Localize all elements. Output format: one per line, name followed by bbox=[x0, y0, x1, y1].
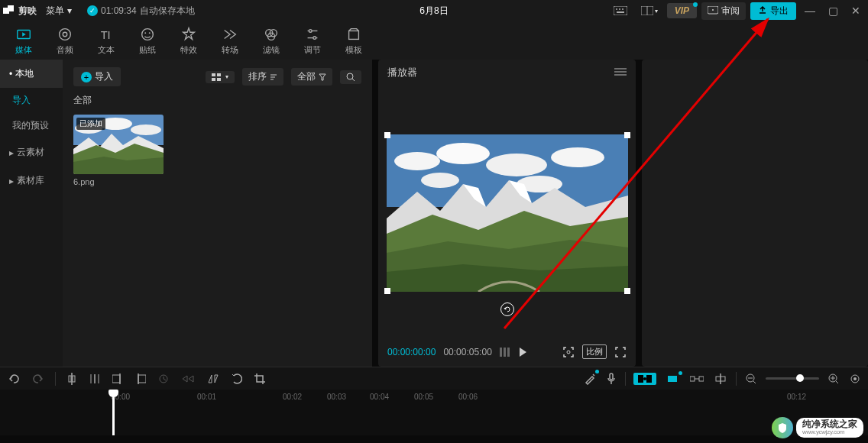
minimize-button[interactable]: — bbox=[801, 5, 819, 17]
svg-line-34 bbox=[352, 79, 355, 81]
svg-point-22 bbox=[309, 29, 312, 32]
playhead[interactable] bbox=[112, 391, 115, 435]
export-label: 导出 bbox=[770, 5, 789, 18]
sidebar-item-local[interactable]: •本地 bbox=[0, 60, 63, 88]
undo-button[interactable] bbox=[6, 372, 21, 386]
ribbon-tab-filter[interactable]: 滤镜 bbox=[251, 23, 292, 59]
crop-button[interactable] bbox=[253, 372, 267, 386]
player-viewport[interactable] bbox=[378, 86, 636, 340]
svg-point-15 bbox=[142, 28, 154, 40]
mirror-button[interactable] bbox=[206, 372, 221, 386]
ribbon-tab-effects[interactable]: 特效 bbox=[168, 23, 209, 59]
app-logo: 剪映 bbox=[3, 5, 37, 18]
search-button[interactable] bbox=[340, 70, 361, 84]
chevron-down-icon: ▾ bbox=[67, 5, 72, 16]
focus-icon[interactable] bbox=[562, 346, 575, 358]
resize-handle-br[interactable] bbox=[624, 288, 630, 294]
player-menu-button[interactable] bbox=[614, 67, 627, 79]
autosave-status: ✓ 01:09:34 自动保存本地 bbox=[87, 5, 195, 18]
sidebar-sub-import[interactable]: 导入 bbox=[0, 88, 63, 113]
ribbon-tab-sticker[interactable]: 贴纸 bbox=[127, 23, 168, 59]
fit-button[interactable] bbox=[848, 372, 862, 386]
player-image bbox=[387, 134, 628, 292]
review-button[interactable]: 审阅 bbox=[701, 2, 746, 20]
ruler-mark: 00:12 bbox=[787, 393, 806, 401]
player-frame[interactable] bbox=[387, 134, 628, 292]
timeline-toolbar bbox=[0, 367, 868, 390]
autosave-time: 01:09:34 bbox=[101, 5, 137, 16]
ribbon-tab-template[interactable]: 模板 bbox=[333, 23, 374, 59]
ribbon-tab-audio[interactable]: 音频 bbox=[44, 23, 86, 59]
track-button-3[interactable] bbox=[688, 373, 705, 385]
sidebar-item-cloud[interactable]: ▸云素材 bbox=[0, 138, 63, 167]
ruler-mark: 00:03 bbox=[327, 393, 346, 401]
sidebar-sub-presets[interactable]: 我的预设 bbox=[0, 113, 63, 138]
freeze-button[interactable] bbox=[157, 372, 170, 386]
chevron-right-icon: ▸ bbox=[9, 176, 14, 186]
svg-point-70 bbox=[643, 377, 646, 380]
search-icon bbox=[346, 73, 355, 82]
svg-point-10 bbox=[712, 9, 714, 11]
svg-rect-67 bbox=[610, 373, 613, 380]
media-thumbnail[interactable]: 已添加 6.png bbox=[73, 115, 164, 186]
close-button[interactable]: ✕ bbox=[847, 5, 865, 17]
player-header: 播放器 bbox=[378, 60, 636, 86]
keyboard-icon[interactable] bbox=[609, 4, 632, 18]
svg-point-33 bbox=[347, 73, 353, 79]
ribbon-tab-text[interactable]: TI文本 bbox=[86, 23, 127, 59]
import-button[interactable]: +导入 bbox=[73, 67, 121, 86]
track-button-1[interactable] bbox=[633, 373, 656, 385]
export-button[interactable]: 导出 bbox=[750, 2, 796, 20]
fullscreen-icon[interactable] bbox=[614, 346, 627, 358]
filter-icon bbox=[263, 26, 280, 43]
svg-rect-27 bbox=[217, 73, 221, 76]
reverse-button[interactable] bbox=[180, 373, 196, 385]
track-button-2[interactable] bbox=[664, 373, 681, 385]
ribbon-tab-transition[interactable]: 转场 bbox=[209, 23, 251, 59]
zoom-in-button[interactable] bbox=[827, 372, 840, 386]
ratio-button[interactable]: 比例 bbox=[582, 344, 607, 359]
tab-label: 模板 bbox=[345, 44, 362, 56]
ribbon-tab-media[interactable]: 媒体 bbox=[3, 23, 44, 59]
timeline[interactable]: 00:00 00:01 00:02 00:03 00:04 00:05 00:0… bbox=[0, 390, 868, 435]
svg-rect-28 bbox=[212, 78, 215, 81]
menu-button[interactable]: 菜单 ▾ bbox=[46, 5, 72, 18]
zoom-out-button[interactable] bbox=[744, 372, 758, 386]
thumb-filename: 6.png bbox=[73, 177, 164, 186]
text-icon: TI bbox=[98, 26, 115, 43]
zoom-knob[interactable] bbox=[796, 374, 804, 382]
vip-button[interactable]: VIP bbox=[667, 3, 697, 18]
svg-rect-2 bbox=[614, 6, 627, 15]
resize-handle-bl[interactable] bbox=[384, 288, 390, 294]
current-time: 00:00:00:00 bbox=[387, 347, 436, 357]
check-icon: ✓ bbox=[87, 5, 98, 16]
resize-handle-tr[interactable] bbox=[624, 132, 630, 138]
trim-left-button[interactable] bbox=[111, 372, 125, 386]
mic-button[interactable] bbox=[605, 371, 617, 386]
select-button[interactable] bbox=[88, 371, 102, 386]
view-grid-button[interactable]: ▾ bbox=[206, 71, 235, 83]
layout-icon[interactable]: ▾ bbox=[636, 4, 662, 18]
redo-button[interactable] bbox=[31, 372, 46, 386]
rotate-handle[interactable] bbox=[500, 302, 514, 316]
ribbon-tab-adjust[interactable]: 调节 bbox=[292, 23, 333, 59]
align-button[interactable] bbox=[713, 372, 728, 386]
zoom-slider[interactable] bbox=[766, 377, 819, 380]
sort-label: 排序 bbox=[248, 70, 267, 83]
sidebar-item-library[interactable]: ▸素材库 bbox=[0, 167, 63, 195]
titlebar-left: 剪映 菜单 ▾ ✓ 01:09:34 自动保存本地 bbox=[3, 5, 195, 18]
sort-button[interactable]: 排序 bbox=[242, 68, 283, 86]
svg-text:TI: TI bbox=[101, 28, 111, 40]
main-area: •本地 导入 我的预设 ▸云素材 ▸素材库 +导入 ▾ 排序 全部 全部 bbox=[0, 60, 868, 367]
play-button[interactable] bbox=[518, 347, 527, 357]
columns-icon[interactable] bbox=[500, 348, 510, 357]
added-badge: 已添加 bbox=[76, 118, 105, 130]
resize-handle-tl[interactable] bbox=[384, 132, 390, 138]
split-button[interactable] bbox=[65, 371, 79, 386]
trim-right-button[interactable] bbox=[134, 372, 147, 386]
rotate-button[interactable] bbox=[230, 372, 244, 386]
magic-button[interactable] bbox=[582, 371, 598, 386]
filter-button[interactable]: 全部 bbox=[291, 68, 332, 86]
maximize-button[interactable]: ▢ bbox=[824, 5, 842, 17]
timeline-ruler[interactable]: 00:00 00:01 00:02 00:03 00:04 00:05 00:0… bbox=[0, 390, 868, 408]
